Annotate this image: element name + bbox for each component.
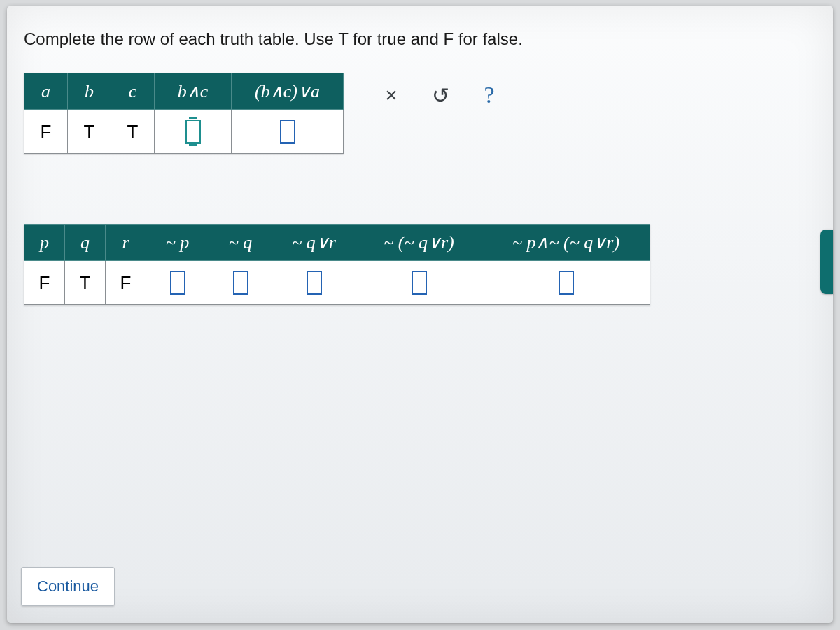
- table1-header-b-and-c: b∧c: [155, 74, 232, 110]
- table2-header-not-p: ~ p: [146, 225, 209, 261]
- table2-cell-final[interactable]: [482, 261, 650, 305]
- answer-input[interactable]: [559, 271, 574, 295]
- reset-button[interactable]: ×: [379, 83, 404, 108]
- table1-cell-c: T: [111, 110, 155, 154]
- question-screen: Complete the row of each truth table. Us…: [7, 6, 833, 623]
- answer-input[interactable]: [307, 271, 322, 295]
- continue-button[interactable]: Continue: [21, 567, 115, 606]
- toolbar: × ↺ ?: [379, 73, 502, 108]
- answer-input[interactable]: [412, 271, 427, 295]
- table2-cell-q: T: [65, 261, 106, 305]
- table2-header-final: ~ p∧~ (~ q∨r): [482, 225, 650, 261]
- table1-header-c: c: [111, 74, 155, 110]
- table2-cell-r: F: [106, 261, 146, 305]
- row-table1: a b c b∧c (b∧c)∨a F T T × ↺ ?: [24, 73, 816, 154]
- table2-cell-p: F: [24, 261, 65, 305]
- help-button[interactable]: ?: [477, 83, 502, 108]
- table2-header-q: q: [65, 225, 106, 261]
- table2-cell-notq-or-r[interactable]: [272, 261, 356, 305]
- table1-header-bc-or-a: (b∧c)∨a: [232, 74, 344, 110]
- table1-cell-a: F: [24, 110, 68, 154]
- side-tab[interactable]: [820, 230, 833, 294]
- table1-header-row: a b c b∧c (b∧c)∨a: [24, 74, 344, 110]
- undo-button[interactable]: ↺: [428, 83, 453, 108]
- table1-cell-b: T: [68, 110, 111, 154]
- table1-cell-bc-or-a[interactable]: [232, 110, 344, 154]
- undo-icon: ↺: [432, 83, 449, 108]
- table1-header-b: b: [68, 74, 111, 110]
- truth-table-1: a b c b∧c (b∧c)∨a F T T: [24, 73, 344, 154]
- table2-header-not-notq-or-r: ~ (~ q∨r): [356, 225, 482, 261]
- table2-header-r: r: [106, 225, 146, 261]
- table2-cell-not-p[interactable]: [146, 261, 209, 305]
- row-table2: p q r ~ p ~ q ~ q∨r ~ (~ q∨r) ~ p∧~ (~ q…: [24, 224, 816, 305]
- answer-input[interactable]: [280, 120, 295, 144]
- table2-header-notq-or-r: ~ q∨r: [272, 225, 356, 261]
- table1-header-a: a: [24, 74, 68, 110]
- table2-data-row: F T F: [24, 261, 650, 305]
- answer-input[interactable]: [233, 271, 248, 295]
- table1-data-row: F T T: [24, 110, 344, 154]
- truth-table-2: p q r ~ p ~ q ~ q∨r ~ (~ q∨r) ~ p∧~ (~ q…: [24, 224, 650, 305]
- x-icon: ×: [385, 83, 398, 107]
- answer-input[interactable]: [170, 271, 186, 295]
- table1-cell-b-and-c[interactable]: [155, 110, 232, 154]
- table2-header-row: p q r ~ p ~ q ~ q∨r ~ (~ q∨r) ~ p∧~ (~ q…: [24, 225, 650, 261]
- answer-input[interactable]: [186, 120, 201, 144]
- table2-header-p: p: [24, 225, 65, 261]
- table2-cell-not-notq-or-r[interactable]: [356, 261, 482, 305]
- help-icon: ?: [484, 82, 494, 108]
- prompt-text: Complete the row of each truth table. Us…: [24, 29, 816, 49]
- table2-cell-not-q[interactable]: [209, 261, 272, 305]
- table2-header-not-q: ~ q: [209, 225, 272, 261]
